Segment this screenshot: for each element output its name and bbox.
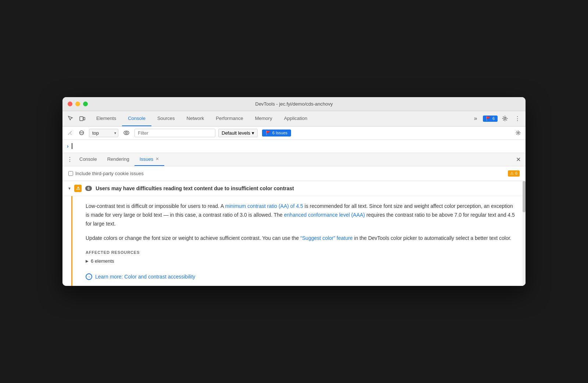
default-levels-button[interactable]: Default levels ▾ — [218, 129, 258, 137]
affected-resources-label: AFFECTED RESOURCES — [86, 250, 517, 255]
elements-row[interactable]: ▶ 6 elements — [86, 258, 517, 265]
close-issues-tab-icon[interactable]: ✕ — [155, 156, 159, 162]
flag-icon: 🚩 — [486, 116, 491, 121]
learn-more-circle-icon: → — [86, 273, 92, 280]
devtools-window: DevTools - jec.fyi/demo/cds-anchovy Elem… — [62, 97, 526, 286]
svg-rect-1 — [83, 117, 85, 120]
link-suggest-color[interactable]: “Suggest color” feature — [300, 235, 352, 241]
issue-expand-chevron[interactable]: ▾ — [68, 186, 71, 191]
window-title: DevTools - jec.fyi/demo/cds-anchovy — [255, 101, 333, 107]
sub-tabs-more-icon[interactable]: ⋮ — [65, 155, 74, 164]
issue-description: Low-contrast text is difficult or imposs… — [86, 202, 517, 228]
elements-arrow-icon: ▶ — [86, 259, 89, 263]
warning-issues-badge: ⚠ 6 — [508, 170, 520, 177]
title-bar: DevTools - jec.fyi/demo/cds-anchovy — [62, 97, 526, 111]
minimize-button[interactable] — [75, 102, 80, 106]
filter-input[interactable] — [135, 129, 215, 137]
tab-console[interactable]: Console — [122, 111, 151, 126]
inspect-icon[interactable] — [65, 113, 76, 124]
more-tabs-button[interactable]: » — [470, 113, 481, 124]
issue-detail-panel: Low-contrast text is difficult or imposs… — [71, 196, 526, 286]
close-drawer-icon[interactable]: ✕ — [514, 155, 523, 164]
toolbar-left-icons — [65, 113, 87, 124]
main-tabs-bar: Elements Console Sources Network Perform… — [90, 111, 467, 126]
console-cursor — [72, 143, 72, 149]
learn-more-link[interactable]: Learn more: Color and contrast accessibi… — [95, 274, 195, 280]
flag-icon-sm: 🚩 — [266, 131, 271, 135]
tab-elements[interactable]: Elements — [90, 111, 122, 126]
context-select-wrapper: top ▾ — [89, 129, 118, 137]
console-input-area: › — [62, 140, 526, 153]
issues-filter-bar: Include third-party cookie issues ⚠ 6 — [62, 166, 526, 181]
warning-icon-right: ⚠ — [510, 171, 514, 176]
issues-badge-button[interactable]: 🚩 6 — [483, 116, 498, 122]
context-select[interactable]: top — [89, 129, 118, 137]
scrollbar-thumb[interactable] — [523, 181, 526, 213]
link-enhanced-conformance[interactable]: enhanced conformance level (AAA) — [284, 212, 365, 218]
learn-more-row: → Learn more: Color and contrast accessi… — [86, 273, 517, 280]
tab-sources[interactable]: Sources — [151, 111, 181, 126]
device-toggle-icon[interactable] — [77, 113, 87, 124]
console-controls-bar: top ▾ Default levels ▾ 🚩 6 Issues — [62, 127, 526, 140]
console-prompt-icon: › — [67, 143, 69, 149]
clear-console-icon[interactable] — [65, 128, 74, 137]
scrollbar-track — [523, 181, 526, 286]
no-entry-icon[interactable] — [77, 128, 86, 137]
more-menu-icon[interactable]: ⋮ — [512, 113, 523, 124]
tab-memory[interactable]: Memory — [249, 111, 278, 126]
svg-point-5 — [124, 131, 129, 135]
levels-arrow-icon: ▾ — [252, 130, 254, 136]
issue-suggestion: Update colors or change the font size or… — [86, 234, 517, 243]
sub-tab-rendering[interactable]: Rendering — [102, 153, 135, 166]
toolbar-right: » 🚩 6 ⋮ — [470, 113, 523, 124]
affected-resources-section: AFFECTED RESOURCES ▶ 6 elements — [86, 250, 517, 265]
main-issues-content: ▾ ⚠ 6 Users may have difficulties readin… — [62, 181, 526, 286]
console-settings-icon[interactable] — [514, 128, 523, 137]
svg-rect-0 — [80, 117, 83, 121]
sub-tabs-bar: ⋮ Console Rendering Issues ✕ ✕ — [62, 153, 526, 166]
eye-icon[interactable] — [121, 128, 132, 138]
tab-application[interactable]: Application — [278, 111, 313, 126]
issue-header-row[interactable]: ▾ ⚠ 6 Users may have difficulties readin… — [62, 181, 526, 196]
traffic-lights — [68, 102, 88, 106]
main-toolbar: Elements Console Sources Network Perform… — [62, 111, 526, 127]
third-party-cookie-checkbox[interactable] — [68, 171, 73, 176]
issue-warning-icon: ⚠ — [74, 185, 82, 192]
tab-performance[interactable]: Performance — [210, 111, 249, 126]
issue-count-badge: 6 — [85, 186, 92, 191]
svg-point-7 — [517, 132, 519, 134]
close-button[interactable] — [68, 102, 72, 106]
tab-network[interactable]: Network — [181, 111, 210, 126]
third-party-checkbox-label[interactable]: Include third-party cookie issues — [68, 171, 144, 176]
link-minimum-contrast[interactable]: minimum contrast ratio (AA) of 4.5 — [225, 203, 303, 209]
sub-tab-console[interactable]: Console — [74, 153, 102, 166]
maximize-button[interactable] — [83, 102, 88, 106]
issues-count-button[interactable]: 🚩 6 Issues — [262, 130, 291, 136]
settings-gear-icon[interactable] — [500, 113, 510, 124]
svg-point-6 — [126, 132, 128, 134]
sub-tab-issues[interactable]: Issues ✕ — [135, 153, 165, 166]
issue-title: Users may have difficulties reading text… — [96, 185, 294, 191]
